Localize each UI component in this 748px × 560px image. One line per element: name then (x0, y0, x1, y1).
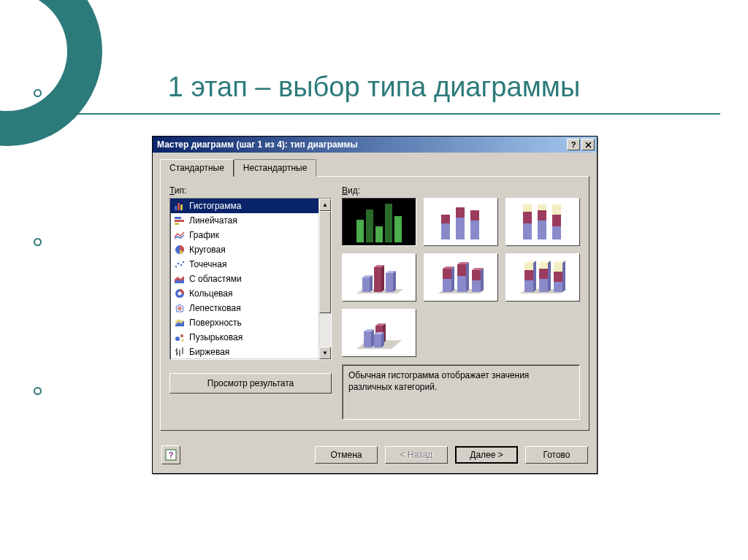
dialog-titlebar[interactable]: Мастер диаграмм (шаг 1 из 4): тип диагра… (153, 137, 597, 153)
subtype-3d-column[interactable] (342, 309, 416, 357)
list-item[interactable]: С областями (170, 272, 318, 286)
help-button[interactable]: ? (161, 445, 180, 464)
tab-strip: Стандартные Нестандартные (160, 158, 589, 177)
svg-rect-46 (374, 267, 381, 292)
svg-rect-30 (456, 207, 465, 218)
svg-point-20 (180, 334, 183, 337)
ring-binder-hole (34, 387, 42, 395)
svg-rect-58 (457, 264, 466, 276)
svg-rect-62 (472, 270, 481, 280)
subtype-3d-stacked-column[interactable] (424, 253, 498, 302)
label-view: Вид: (342, 185, 580, 196)
list-item[interactable]: Точечная (170, 257, 318, 272)
svg-rect-53 (443, 279, 451, 292)
svg-rect-41 (552, 204, 561, 215)
list-item-label: Лепестковая (189, 303, 241, 313)
list-item-label: Кольцевая (189, 288, 232, 299)
list-item-label: Пузырьковая (189, 332, 243, 342)
svg-rect-61 (472, 280, 481, 292)
svg-rect-67 (524, 270, 533, 280)
surface-chart-icon (173, 317, 186, 329)
chart-type-listbox[interactable]: Гистограмма Линейчатая (169, 198, 332, 360)
list-item[interactable]: Круговая (170, 242, 318, 257)
close-icon[interactable] (581, 139, 595, 150)
bar-horizontal-icon (173, 215, 186, 226)
finish-button[interactable]: Готово (525, 446, 588, 464)
area-chart-icon (173, 273, 186, 285)
list-item[interactable]: Поверхность (170, 315, 318, 330)
tab-standard[interactable]: Стандартные (160, 159, 234, 177)
pie-chart-icon (173, 244, 186, 256)
list-item[interactable]: Кольцевая (170, 286, 318, 301)
svg-rect-36 (538, 220, 546, 239)
label-type: Тип: (169, 185, 332, 196)
ring-binder-hole (34, 238, 42, 246)
svg-marker-60 (466, 262, 469, 292)
svg-rect-38 (538, 204, 546, 210)
svg-rect-72 (539, 269, 548, 279)
help-icon[interactable]: ? (567, 139, 580, 150)
tab-custom[interactable]: Нестандартные (234, 159, 317, 177)
svg-rect-78 (554, 263, 562, 272)
subtype-stacked-column[interactable] (424, 198, 498, 246)
svg-point-21 (182, 340, 184, 342)
list-item[interactable]: Гистограмма (170, 199, 318, 213)
subtype-3d-100pct-stacked-column[interactable] (505, 253, 580, 302)
svg-rect-31 (470, 220, 479, 239)
scroll-up-icon[interactable]: ▲ (319, 199, 331, 211)
next-button[interactable]: Далее > (455, 446, 518, 464)
svg-rect-0 (175, 206, 177, 210)
subtype-clustered-column[interactable] (342, 198, 416, 246)
svg-rect-57 (457, 276, 466, 292)
svg-rect-77 (554, 272, 562, 282)
list-item-label: Круговая (189, 245, 226, 255)
chart-wizard-dialog: Мастер диаграмм (шаг 1 из 4): тип диагра… (152, 136, 598, 474)
list-item[interactable]: Линейчатая (170, 213, 318, 228)
svg-marker-48 (381, 265, 384, 292)
subtype-100pct-stacked-column[interactable] (505, 198, 580, 246)
subtype-3d-clustered-column[interactable] (342, 253, 416, 302)
wizard-footer: ? Отмена < Назад Далее > Готово (153, 438, 597, 473)
svg-rect-1 (178, 203, 180, 210)
subtype-description: Обычная гистограмма отображает значения … (342, 364, 580, 420)
list-item-label: Линейчатая (189, 215, 237, 226)
cancel-button[interactable]: Отмена (315, 446, 378, 464)
svg-rect-40 (552, 215, 561, 226)
list-item-label: График (189, 230, 219, 240)
list-item[interactable]: График (170, 228, 318, 242)
svg-rect-68 (524, 263, 533, 270)
svg-marker-84 (371, 329, 374, 348)
list-item-label: Гистограмма (189, 201, 241, 211)
svg-rect-34 (523, 212, 532, 223)
scroll-track[interactable] (319, 313, 331, 347)
svg-rect-27 (441, 223, 450, 239)
list-scrollbar[interactable]: ▲ ▼ (318, 199, 331, 359)
scatter-chart-icon (173, 258, 186, 270)
svg-rect-33 (523, 223, 532, 239)
svg-point-10 (183, 261, 184, 263)
svg-marker-80 (562, 261, 565, 292)
svg-rect-88 (374, 334, 381, 348)
radar-chart-icon (173, 302, 186, 314)
slide-title: 1 этап – выбор типа диаграммы (0, 72, 748, 103)
svg-rect-32 (470, 210, 479, 220)
list-item-label: Биржевая (189, 347, 229, 357)
list-item[interactable]: Биржевая (170, 345, 318, 359)
svg-marker-56 (451, 266, 454, 292)
svg-rect-54 (443, 269, 451, 279)
scroll-down-icon[interactable]: ▼ (319, 347, 331, 359)
svg-marker-75 (548, 261, 551, 292)
svg-rect-4 (175, 220, 184, 222)
svg-marker-51 (393, 271, 396, 292)
svg-rect-5 (175, 223, 179, 225)
svg-point-8 (178, 263, 179, 264)
svg-rect-71 (539, 279, 548, 292)
scroll-thumb[interactable] (319, 211, 331, 313)
svg-rect-39 (552, 226, 561, 239)
preview-result-button[interactable]: Просмотр результата (169, 373, 332, 394)
list-item[interactable]: Лепестковая (170, 301, 318, 315)
stock-chart-icon (173, 346, 186, 358)
histogram-icon (173, 200, 186, 212)
list-item[interactable]: Пузырьковая (170, 330, 318, 345)
tab-pane: Тип: Гистограмма (160, 176, 589, 431)
